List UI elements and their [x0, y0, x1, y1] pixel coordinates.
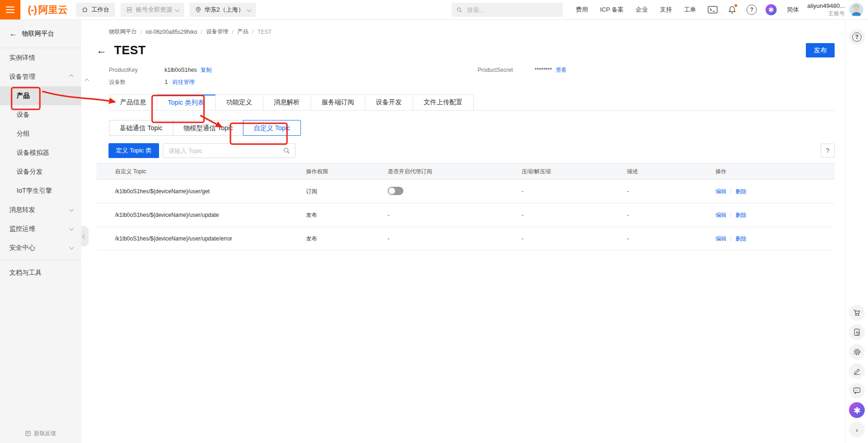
ai-asterisk-icon [853, 406, 861, 414]
breadcrumb-item[interactable]: 物联网平台 [109, 28, 137, 36]
region-selector[interactable]: 华东2（上海） [190, 3, 256, 17]
sidebar-item-instance-detail[interactable]: 实例详情 [0, 48, 81, 67]
table-row: /k1lb0oS1hes/${deviceName}/user/update/e… [96, 227, 835, 251]
all-resources-dropdown[interactable]: 账号全部资源 [121, 3, 184, 17]
manage-devices-link[interactable]: 前往管理 [172, 78, 195, 86]
breadcrumb-current: TEST [257, 29, 272, 35]
cart-button[interactable] [849, 305, 865, 321]
breadcrumb-item[interactable]: 产品 [237, 28, 249, 36]
sidebar-item-iot-twin[interactable]: IoT孪生引擎 [0, 181, 81, 200]
hamburger-menu-icon[interactable] [0, 0, 20, 19]
aliyun-logo[interactable]: (-) 阿里云 [28, 3, 68, 16]
sidebar-item-device[interactable]: 设备 [0, 105, 81, 124]
subtab-custom-topic[interactable]: 自定义 Topic [243, 120, 301, 136]
table-header-row: 自定义 Topic 操作权限 是否开启代理订阅 压缩/解压缩 描述 操作 [96, 164, 835, 180]
nav-tickets[interactable]: 工单 [684, 6, 696, 14]
page-back-arrow[interactable]: ← [96, 44, 107, 57]
account-menu[interactable]: aliyun49480... 主账号 [807, 2, 845, 17]
tab-feature-definition[interactable]: 功能定义 [216, 95, 263, 110]
global-search[interactable] [452, 3, 563, 17]
breadcrumb-item[interactable]: iot-06z00a85s29fxko [146, 29, 197, 35]
language-toggle[interactable]: 简体 [787, 6, 799, 14]
sidebar-title: 物联网平台 [22, 30, 54, 38]
actions-cell: 编辑删除 [710, 180, 835, 203]
tab-server-subscription[interactable]: 服务端订阅 [311, 95, 365, 110]
delete-link[interactable]: 删除 [735, 188, 747, 195]
topic-search-input[interactable] [168, 147, 283, 155]
notifications-bell-icon[interactable] [727, 4, 738, 15]
page-help-button[interactable]: ? [849, 29, 865, 45]
product-secret-value: ******** [535, 67, 552, 73]
tab-topic-list[interactable]: Topic 类列表 [157, 95, 216, 110]
survey-button[interactable] [849, 363, 865, 379]
tab-product-info[interactable]: 产品信息 [109, 95, 157, 110]
feedback-icon [25, 430, 31, 437]
topic-subtabs: 基础通信 Topic 物模型通信 Topic 自定义 Topic [109, 120, 835, 136]
ai-assistant-button[interactable] [849, 402, 865, 418]
global-search-input[interactable] [466, 6, 558, 14]
edit-link[interactable]: 编辑 [715, 212, 727, 218]
help-icon[interactable]: ? [746, 4, 757, 15]
topic-search[interactable] [163, 143, 295, 158]
sidebar-collapse-handle[interactable] [81, 226, 88, 247]
ai-assistant-icon[interactable] [766, 4, 777, 15]
nav-icp[interactable]: ICP 备案 [600, 6, 624, 14]
tab-message-parsing[interactable]: 消息解析 [263, 95, 311, 110]
sidebar-item-security-center[interactable]: 安全中心 [0, 238, 81, 257]
col-custom-topic: 自定义 Topic [96, 164, 300, 180]
sidebar-item-device-simulator[interactable]: 设备模拟器 [0, 143, 81, 162]
edit-link[interactable]: 编辑 [715, 235, 727, 242]
proxy-subscribe-toggle[interactable] [388, 187, 403, 195]
topbar-icons: ? [707, 4, 777, 15]
edit-link[interactable]: 编辑 [715, 188, 727, 195]
nav-support[interactable]: 支持 [660, 6, 672, 14]
back-arrow-icon: ← [9, 29, 17, 38]
chevron-down-icon [247, 7, 251, 12]
cloud-shell-icon[interactable] [707, 4, 718, 15]
define-topic-button[interactable]: 定义 Topic 类 [108, 143, 159, 158]
sidebar-back-header[interactable]: ← 物联网平台 [0, 20, 81, 48]
sidebar-item-product[interactable]: 产品 [0, 86, 81, 105]
delete-link[interactable]: 删除 [735, 235, 747, 242]
account-role: 主账号 [807, 10, 845, 17]
product-tabs: 产品信息 Topic 类列表 功能定义 消息解析 服务端订阅 设备开发 文件上传… [109, 95, 835, 111]
sidebar-item-device-management[interactable]: 设备管理 [0, 67, 81, 86]
chevron-left-icon [83, 234, 87, 239]
sidebar-item-device-distribution[interactable]: 设备分发 [0, 162, 81, 181]
publish-button[interactable]: 发布 [806, 43, 835, 57]
description-cell: - [621, 203, 710, 227]
table-row: /k1lb0oS1hes/${deviceName}/user/update 发… [96, 203, 835, 227]
col-proxy-subscribe: 是否开启代理订阅 [382, 164, 516, 180]
topic-toolbar: 定义 Topic 类 ? [108, 143, 835, 158]
sidebar-item-group[interactable]: 分组 [0, 124, 81, 143]
view-secret-link[interactable]: 查看 [555, 66, 567, 74]
tab-file-upload-config[interactable]: 文件上传配置 [413, 95, 474, 110]
feedback-chat-button[interactable] [849, 383, 865, 399]
settings-button[interactable] [849, 344, 865, 360]
sidebar-item-monitoring[interactable]: 监控运维 [0, 219, 81, 238]
nav-billing[interactable]: 费用 [576, 6, 588, 14]
expand-toolbar-button[interactable]: › [849, 422, 865, 437]
workbench-button[interactable]: 工作台 [76, 3, 115, 17]
info-collapse-chevron-icon[interactable] [85, 79, 89, 83]
breadcrumb-item[interactable]: 设备管理 [206, 28, 228, 36]
chat-icon [853, 386, 861, 395]
nav-enterprise[interactable]: 企业 [636, 6, 648, 14]
tab-device-development[interactable]: 设备开发 [365, 95, 413, 110]
sidebar-item-message-forwarding[interactable]: 消息转发 [0, 200, 81, 219]
sidebar: ← 物联网平台 实例详情 设备管理 产品 设备 分组 设备模拟器 设备分发 Io… [0, 20, 81, 443]
avatar[interactable] [849, 3, 863, 17]
subtab-model-topic[interactable]: 物模型通信 Topic [173, 120, 244, 136]
icp-filing-button[interactable]: AP [849, 324, 865, 340]
page-title: TEST [114, 43, 146, 57]
sidebar-item-docs-tools[interactable]: 文档与工具 [0, 263, 81, 282]
main-content: 物联网平台/ iot-06z00a85s29fxko/ 设备管理/ 产品/ TE… [81, 20, 846, 443]
copy-link[interactable]: 复制 [200, 66, 211, 74]
workbench-label: 工作台 [91, 6, 109, 14]
delete-link[interactable]: 删除 [735, 212, 747, 218]
home-icon [82, 6, 88, 13]
subtab-basic-topic[interactable]: 基础通信 Topic [109, 120, 173, 136]
feedback-button[interactable]: 新版反馈 [0, 430, 81, 437]
notification-dot [734, 4, 737, 7]
table-help-button[interactable]: ? [821, 144, 835, 158]
